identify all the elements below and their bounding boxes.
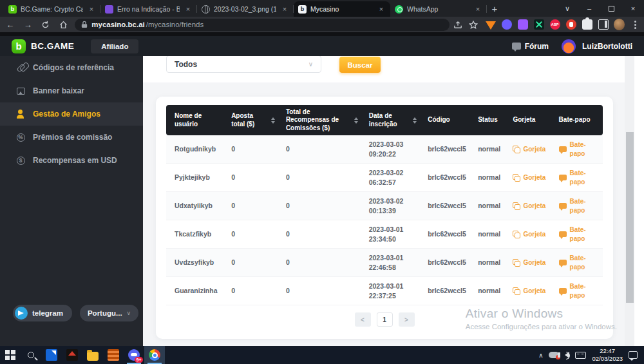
start-button[interactable] bbox=[0, 346, 21, 364]
tip-button[interactable]: Gorjeta bbox=[504, 202, 550, 211]
sort-icon[interactable] bbox=[271, 117, 275, 124]
clock[interactable]: 22:47 02/03/2023 bbox=[592, 347, 623, 363]
purple-wallet-icon[interactable] bbox=[502, 19, 512, 30]
language-selector[interactable]: Portugu... ∨ bbox=[80, 305, 138, 321]
gem-wallet-icon[interactable] bbox=[518, 19, 528, 30]
tip-button[interactable]: Gorjeta bbox=[504, 230, 550, 239]
afiliado-nav-button[interactable]: Afiliado bbox=[91, 39, 138, 53]
chat-bubble-icon bbox=[559, 231, 567, 237]
tab-close-icon[interactable]: × bbox=[184, 5, 193, 14]
sidebar-footer: telegram Portugu... ∨ bbox=[0, 305, 143, 321]
forum-link[interactable]: Fórum bbox=[512, 42, 549, 51]
commission-rewards-cell: 0 bbox=[278, 286, 361, 295]
chat-button[interactable]: Bate-papo bbox=[551, 225, 603, 243]
maximize-button[interactable] bbox=[600, 0, 622, 17]
taskbar-bomb-game[interactable] bbox=[103, 346, 124, 364]
new-tab-button[interactable]: + bbox=[487, 1, 502, 16]
vertical-scrollbar[interactable] bbox=[625, 56, 634, 346]
reading-list-icon[interactable] bbox=[598, 19, 609, 30]
chat-button[interactable]: Bate-papo bbox=[551, 197, 603, 215]
taskbar-search-button[interactable] bbox=[21, 346, 41, 364]
adblock-plus-icon[interactable]: ABP bbox=[550, 19, 560, 30]
volume-icon[interactable] bbox=[565, 352, 569, 358]
signup-date-cell: 2023-03-0122:37:25 bbox=[361, 282, 420, 300]
tip-button[interactable]: Gorjeta bbox=[504, 258, 550, 267]
action-center-icon[interactable] bbox=[629, 351, 638, 359]
dark-exchange-icon[interactable] bbox=[534, 19, 544, 30]
browser-profile-avatar[interactable] bbox=[614, 19, 625, 30]
sort-icon[interactable] bbox=[413, 117, 417, 124]
column-header: Gorjeta bbox=[504, 116, 550, 124]
username-cell: Guaranizinha bbox=[166, 286, 223, 295]
browser-tab[interactable]: Erro na Indicação - BC.Game× bbox=[100, 1, 197, 17]
column-header[interactable]: Aposta total ($) bbox=[223, 112, 278, 128]
taskbar-chrome[interactable] bbox=[144, 346, 165, 364]
share-button[interactable] bbox=[451, 18, 465, 31]
tip-button[interactable]: Gorjeta bbox=[504, 287, 550, 296]
next-page-button[interactable]: > bbox=[399, 312, 415, 327]
tab-search-icon[interactable]: ∨ bbox=[556, 0, 578, 17]
username-cell: Rotgudnikyb bbox=[166, 144, 223, 153]
bookmark-button[interactable] bbox=[466, 18, 480, 31]
friend-filter-select[interactable]: Todos ∨ bbox=[166, 56, 321, 73]
tab-close-icon[interactable]: × bbox=[280, 5, 289, 14]
tip-button[interactable]: Gorjeta bbox=[504, 145, 550, 154]
close-button[interactable]: × bbox=[622, 0, 644, 17]
page-number[interactable]: 1 bbox=[377, 312, 393, 327]
back-button[interactable]: ← bbox=[3, 18, 18, 31]
user-name[interactable]: LuizBortolotti bbox=[582, 42, 632, 51]
chat-button[interactable]: Bate-papo bbox=[551, 169, 603, 186]
telegram-button[interactable]: telegram bbox=[13, 305, 72, 321]
code-cell: brlc62wccl5 bbox=[419, 173, 469, 182]
column-header[interactable]: Data de inscrição bbox=[361, 112, 420, 128]
bcgame-logo[interactable]: b bbox=[12, 39, 26, 53]
table-row: Rotgudnikyb002023-03-0309:20:22brlc62wcc… bbox=[166, 135, 603, 164]
sidebar-item[interactable]: $Recompensas em USD bbox=[0, 149, 143, 172]
browser-tab[interactable]: 2023-03-02_3.png (1024×76× bbox=[197, 1, 294, 17]
table-row: Guaranizinha002023-03-0122:37:25brlc62wc… bbox=[166, 277, 603, 305]
tab-close-icon[interactable]: × bbox=[473, 5, 482, 14]
browser-toolbar: ← → mycasino.bc.ai/mycasino/friends ABP bbox=[0, 17, 644, 32]
column-header[interactable]: Total de Recompensas de Comissões ($) bbox=[278, 108, 361, 133]
column-label: Nome de usuário bbox=[175, 112, 220, 128]
forum-label: Fórum bbox=[525, 42, 549, 51]
search-button[interactable]: Buscar bbox=[339, 57, 381, 73]
tab-close-icon[interactable]: × bbox=[87, 5, 96, 14]
sidebar-item[interactable]: Gestão de Amigos bbox=[0, 102, 143, 126]
prev-page-button[interactable]: < bbox=[355, 312, 371, 327]
reload-button[interactable] bbox=[38, 18, 53, 31]
sidebar-item[interactable]: %Prêmios de comissão bbox=[0, 126, 143, 149]
address-bar[interactable]: mycasino.bc.ai/mycasino/friends bbox=[75, 19, 450, 31]
browser-tab[interactable]: bBC.Game: Crypto Casino Gan× bbox=[4, 1, 100, 17]
blocker-icon[interactable] bbox=[566, 19, 576, 30]
keyboard-icon[interactable] bbox=[575, 352, 586, 359]
signup-date: 2023-03-01 bbox=[369, 282, 417, 291]
sort-icon[interactable] bbox=[354, 117, 358, 124]
taskbar-amd-radeon[interactable] bbox=[41, 346, 62, 364]
status-cell: normal bbox=[469, 229, 504, 238]
puzzle-icon[interactable] bbox=[582, 19, 592, 30]
taskbar-discord[interactable]: 9+ bbox=[124, 346, 144, 364]
total-bet-cell: 0 bbox=[223, 201, 278, 210]
browser-menu-button[interactable] bbox=[630, 19, 640, 30]
sidebar-item[interactable]: Banner baixar bbox=[0, 79, 143, 102]
taskbar-game-launcher[interactable] bbox=[62, 346, 82, 364]
user-avatar[interactable] bbox=[562, 39, 576, 53]
browser-tab[interactable]: bMycasino× bbox=[294, 1, 390, 17]
chat-button[interactable]: Bate-papo bbox=[551, 282, 603, 300]
browser-tab[interactable]: WhatsApp× bbox=[390, 1, 487, 17]
chat-button[interactable]: Bate-papo bbox=[551, 254, 603, 271]
home-button[interactable] bbox=[56, 18, 71, 31]
sidebar: Códigos de referênciaBanner baixarGestão… bbox=[0, 56, 143, 346]
minimize-button[interactable]: – bbox=[578, 0, 600, 17]
taskbar-file-explorer[interactable] bbox=[82, 346, 103, 364]
metamask-icon[interactable] bbox=[486, 21, 496, 30]
tip-button[interactable]: Gorjeta bbox=[504, 173, 550, 182]
chat-button[interactable]: Bate-papo bbox=[551, 140, 603, 158]
tray-chevron-up-icon[interactable]: ∧ bbox=[538, 352, 543, 359]
scrollbar-thumb[interactable] bbox=[626, 132, 634, 303]
forward-button[interactable]: → bbox=[21, 18, 36, 31]
tab-close-icon[interactable]: × bbox=[377, 5, 386, 14]
banner-icon bbox=[17, 88, 25, 95]
sidebar-item[interactable]: Códigos de referência bbox=[0, 56, 143, 79]
